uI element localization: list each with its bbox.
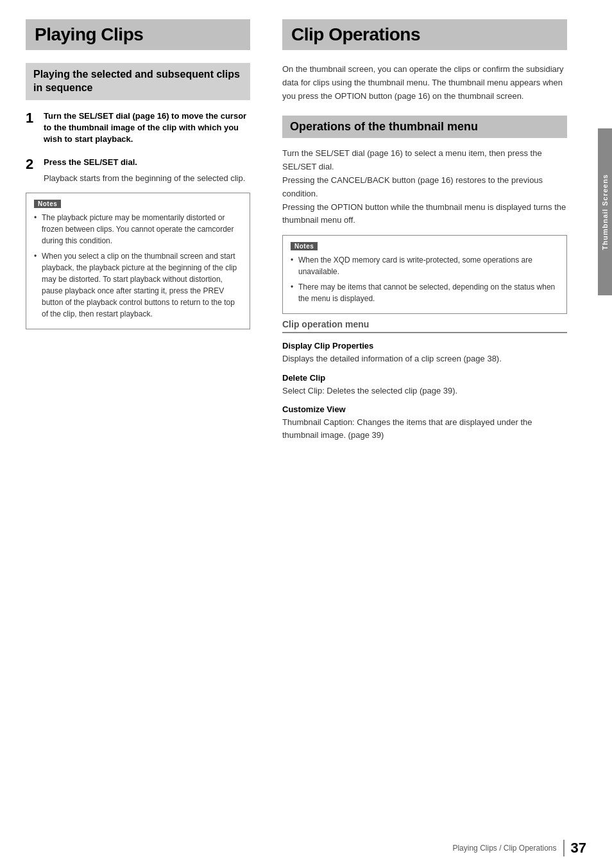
left-note-2: When you select a clip on the thumbnail … bbox=[34, 250, 242, 320]
menu-item-delete-clip-title: Delete Clip bbox=[282, 373, 567, 383]
menu-item-delete-clip-desc: Select Clip: Deletes the selected clip (… bbox=[282, 385, 567, 397]
menu-item-customize-view-title: Customize View bbox=[282, 404, 567, 414]
ops-section-header: Operations of the thumbnail menu bbox=[282, 116, 567, 138]
step-2-number: 2 bbox=[26, 157, 44, 172]
menu-item-display-clip: Display Clip Properties Displays the det… bbox=[282, 341, 567, 365]
right-column: Clip Operations On the thumbnail screen,… bbox=[276, 19, 586, 842]
right-notes-box: Notes When the XQD memory card is write-… bbox=[282, 235, 567, 314]
menu-item-customize-view: Customize View Thumbnail Caption: Change… bbox=[282, 404, 567, 441]
right-notes-list: When the XQD memory card is write-protec… bbox=[291, 254, 559, 304]
subsection-title: Playing the selected and subsequent clip… bbox=[33, 68, 242, 95]
left-notes-label: Notes bbox=[34, 200, 61, 208]
page-footer: Playing Clips / Clip Operations 37 bbox=[452, 840, 586, 856]
ops-body-text-2: Pressing the CANCEL/BACK button (page 16… bbox=[282, 175, 543, 198]
step-2-title: Press the SEL/SET dial. bbox=[44, 157, 250, 168]
step-2: 2 Press the SEL/SET dial. Playback start… bbox=[26, 157, 250, 185]
step-1-number: 1 bbox=[26, 110, 44, 126]
step-1-title: Turn the SEL/SET dial (page 16) to move … bbox=[44, 110, 250, 146]
ops-section-title: Operations of the thumbnail menu bbox=[290, 120, 559, 134]
menu-item-delete-clip: Delete Clip Select Clip: Deletes the sel… bbox=[282, 373, 567, 397]
side-tab-label: Thumbnail Screens bbox=[601, 174, 609, 250]
step-2-content: Press the SEL/SET dial. Playback starts … bbox=[44, 157, 250, 185]
side-tab: Thumbnail Screens bbox=[598, 128, 612, 295]
clip-ops-title: Clip Operations bbox=[291, 24, 558, 45]
playing-clips-title: Playing Clips bbox=[35, 24, 241, 45]
playing-clips-title-box: Playing Clips bbox=[26, 19, 250, 50]
footer-text: Playing Clips / Clip Operations bbox=[452, 844, 556, 853]
left-notes-list: The playback picture may be momentarily … bbox=[34, 212, 242, 320]
ops-body-text-1: Turn the SEL/SET dial (page 16) to selec… bbox=[282, 148, 542, 171]
subsection-header: Playing the selected and subsequent clip… bbox=[26, 63, 250, 100]
step-2-desc: Playback starts from the beginning of th… bbox=[44, 172, 250, 185]
clip-op-menu-title: Clip operation menu bbox=[282, 319, 567, 332]
left-note-1: The playback picture may be momentarily … bbox=[34, 212, 242, 247]
menu-item-customize-view-desc: Thumbnail Caption: Changes the items tha… bbox=[282, 416, 567, 441]
right-notes-label: Notes bbox=[291, 242, 318, 250]
ops-body-1: Turn the SEL/SET dial (page 16) to selec… bbox=[282, 147, 567, 227]
ops-body-text-3: Pressing the OPTION button while the thu… bbox=[282, 202, 566, 225]
step-1-content: Turn the SEL/SET dial (page 16) to move … bbox=[44, 110, 250, 150]
footer-page: 37 bbox=[563, 840, 586, 856]
left-column: Playing Clips Playing the selected and s… bbox=[26, 19, 263, 842]
step-1: 1 Turn the SEL/SET dial (page 16) to mov… bbox=[26, 110, 250, 150]
main-content: Playing Clips Playing the selected and s… bbox=[0, 0, 612, 868]
menu-item-display-clip-desc: Displays the detailed information of a c… bbox=[282, 352, 567, 365]
clip-ops-title-box: Clip Operations bbox=[282, 19, 567, 50]
clip-ops-intro: On the thumbnail screen, you can operate… bbox=[282, 63, 567, 103]
right-note-1: When the XQD memory card is write-protec… bbox=[291, 254, 559, 277]
clip-op-menu-header: Clip operation menu bbox=[282, 319, 567, 333]
right-note-2: There may be items that cannot be select… bbox=[291, 281, 559, 304]
menu-item-display-clip-title: Display Clip Properties bbox=[282, 341, 567, 351]
page-container: Thumbnail Screens Playing Clips Playing … bbox=[0, 0, 612, 868]
left-notes-box: Notes The playback picture may be moment… bbox=[26, 193, 250, 329]
